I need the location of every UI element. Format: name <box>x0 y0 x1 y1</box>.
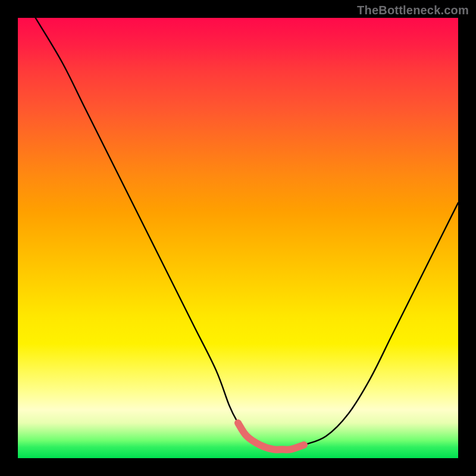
highlight-flat-region <box>238 423 304 450</box>
watermark-text: TheBottleneck.com <box>357 4 469 17</box>
plot-area <box>18 18 458 458</box>
bottleneck-curve-svg <box>18 18 458 458</box>
bottleneck-curve <box>36 18 458 450</box>
chart-container: TheBottleneck.com <box>0 0 476 476</box>
